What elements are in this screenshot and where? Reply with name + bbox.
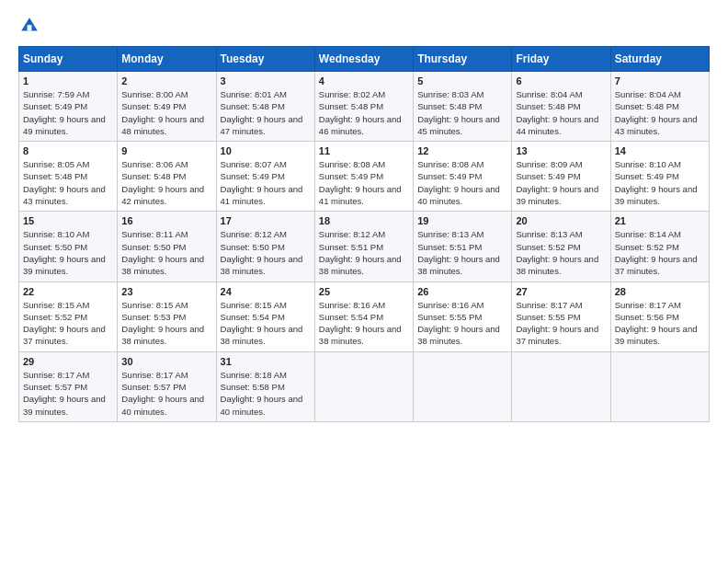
sunset-label: Sunset: 5:55 PM	[417, 312, 482, 322]
day-number: 26	[417, 286, 507, 297]
sunset-label: Sunset: 5:48 PM	[516, 101, 580, 111]
calendar-header-tuesday: Tuesday	[216, 47, 314, 72]
svg-rect-1	[28, 25, 32, 30]
daylight-label: Daylight: 9 hours and 37 minutes.	[23, 324, 106, 346]
day-number: 8	[23, 145, 113, 156]
calendar-day-4: 4 Sunrise: 8:02 AM Sunset: 5:48 PM Dayli…	[314, 72, 413, 142]
sunrise-label: Sunrise: 7:59 AM	[23, 89, 89, 99]
calendar-day-23: 23 Sunrise: 8:15 AM Sunset: 5:53 PM Dayl…	[118, 282, 216, 351]
calendar-day-30: 30 Sunrise: 8:17 AM Sunset: 5:57 PM Dayl…	[118, 351, 216, 421]
sunrise-label: Sunrise: 8:15 AM	[23, 300, 89, 310]
daylight-label: Daylight: 9 hours and 49 minutes.	[23, 114, 106, 136]
sunrise-label: Sunrise: 8:08 AM	[319, 159, 385, 169]
daylight-label: Daylight: 9 hours and 38 minutes.	[121, 324, 204, 346]
calendar-empty	[414, 351, 512, 421]
day-info: Sunrise: 8:16 AM Sunset: 5:55 PM Dayligh…	[417, 299, 507, 348]
calendar-day-3: 3 Sunrise: 8:01 AM Sunset: 5:48 PM Dayli…	[216, 72, 314, 142]
day-info: Sunrise: 8:12 AM Sunset: 5:51 PM Dayligh…	[319, 228, 409, 277]
sunrise-label: Sunrise: 8:12 AM	[319, 229, 385, 239]
calendar-header-thursday: Thursday	[414, 47, 512, 72]
day-number: 21	[615, 215, 705, 226]
calendar-day-15: 15 Sunrise: 8:10 AM Sunset: 5:50 PM Dayl…	[19, 212, 118, 282]
sunset-label: Sunset: 5:50 PM	[121, 242, 186, 252]
day-number: 17	[221, 215, 311, 226]
day-number: 3	[221, 75, 311, 86]
calendar-header-saturday: Saturday	[610, 47, 709, 72]
daylight-label: Daylight: 9 hours and 37 minutes.	[516, 324, 598, 346]
day-info: Sunrise: 8:11 AM Sunset: 5:50 PM Dayligh…	[121, 228, 211, 277]
calendar-day-10: 10 Sunrise: 8:07 AM Sunset: 5:49 PM Dayl…	[216, 142, 314, 212]
daylight-label: Daylight: 9 hours and 40 minutes.	[417, 184, 500, 206]
calendar-day-9: 9 Sunrise: 8:06 AM Sunset: 5:48 PM Dayli…	[118, 142, 216, 212]
day-number: 18	[319, 215, 409, 226]
daylight-label: Daylight: 9 hours and 46 minutes.	[319, 114, 402, 136]
sunset-label: Sunset: 5:50 PM	[23, 242, 87, 252]
calendar-week-3: 15 Sunrise: 8:10 AM Sunset: 5:50 PM Dayl…	[19, 212, 710, 282]
daylight-label: Daylight: 9 hours and 38 minutes.	[516, 254, 598, 276]
sunset-label: Sunset: 5:49 PM	[615, 171, 679, 181]
daylight-label: Daylight: 9 hours and 38 minutes.	[319, 324, 402, 346]
daylight-label: Daylight: 9 hours and 43 minutes.	[23, 184, 106, 206]
calendar-day-11: 11 Sunrise: 8:08 AM Sunset: 5:49 PM Dayl…	[314, 142, 413, 212]
day-info: Sunrise: 8:04 AM Sunset: 5:48 PM Dayligh…	[615, 88, 705, 137]
daylight-label: Daylight: 9 hours and 47 minutes.	[221, 114, 303, 136]
sunset-label: Sunset: 5:58 PM	[221, 382, 285, 392]
day-number: 14	[615, 145, 705, 156]
calendar-day-13: 13 Sunrise: 8:09 AM Sunset: 5:49 PM Dayl…	[512, 142, 610, 212]
day-info: Sunrise: 8:01 AM Sunset: 5:48 PM Dayligh…	[221, 88, 311, 137]
day-number: 25	[319, 286, 409, 297]
sunset-label: Sunset: 5:52 PM	[23, 312, 87, 322]
day-number: 28	[615, 286, 705, 297]
sunrise-label: Sunrise: 8:04 AM	[615, 89, 681, 99]
sunset-label: Sunset: 5:49 PM	[417, 171, 482, 181]
sunrise-label: Sunrise: 8:18 AM	[221, 370, 287, 380]
sunrise-label: Sunrise: 8:07 AM	[221, 159, 287, 169]
day-number: 7	[615, 75, 705, 86]
day-number: 23	[121, 286, 211, 297]
daylight-label: Daylight: 9 hours and 39 minutes.	[615, 184, 698, 206]
daylight-label: Daylight: 9 hours and 37 minutes.	[615, 254, 698, 276]
sunrise-label: Sunrise: 8:12 AM	[221, 229, 287, 239]
day-info: Sunrise: 8:13 AM Sunset: 5:51 PM Dayligh…	[417, 228, 507, 277]
sunrise-label: Sunrise: 8:17 AM	[23, 370, 89, 380]
day-info: Sunrise: 8:17 AM Sunset: 5:56 PM Dayligh…	[615, 299, 705, 348]
calendar-day-16: 16 Sunrise: 8:11 AM Sunset: 5:50 PM Dayl…	[118, 212, 216, 282]
sunrise-label: Sunrise: 8:00 AM	[121, 89, 188, 99]
daylight-label: Daylight: 9 hours and 38 minutes.	[417, 324, 500, 346]
day-number: 12	[417, 145, 507, 156]
sunset-label: Sunset: 5:55 PM	[516, 312, 580, 322]
logo-icon	[18, 15, 40, 37]
day-info: Sunrise: 8:17 AM Sunset: 5:57 PM Dayligh…	[23, 369, 113, 418]
day-number: 16	[121, 215, 211, 226]
calendar-empty	[610, 351, 709, 421]
day-number: 31	[221, 356, 311, 367]
day-info: Sunrise: 8:05 AM Sunset: 5:48 PM Dayligh…	[23, 158, 113, 207]
calendar-empty	[314, 351, 413, 421]
daylight-label: Daylight: 9 hours and 41 minutes.	[221, 184, 303, 206]
day-number: 22	[23, 286, 113, 297]
sunrise-label: Sunrise: 8:10 AM	[23, 229, 89, 239]
calendar-day-27: 27 Sunrise: 8:17 AM Sunset: 5:55 PM Dayl…	[512, 282, 610, 351]
sunset-label: Sunset: 5:48 PM	[221, 101, 285, 111]
day-number: 9	[121, 145, 211, 156]
calendar-day-8: 8 Sunrise: 8:05 AM Sunset: 5:48 PM Dayli…	[19, 142, 118, 212]
day-number: 10	[221, 145, 311, 156]
daylight-label: Daylight: 9 hours and 41 minutes.	[319, 184, 402, 206]
calendar-header-wednesday: Wednesday	[314, 47, 413, 72]
sunrise-label: Sunrise: 8:15 AM	[121, 300, 188, 310]
day-info: Sunrise: 8:10 AM Sunset: 5:50 PM Dayligh…	[23, 228, 113, 277]
sunset-label: Sunset: 5:56 PM	[615, 312, 679, 322]
daylight-label: Daylight: 9 hours and 39 minutes.	[23, 254, 106, 276]
daylight-label: Daylight: 9 hours and 38 minutes.	[221, 254, 303, 276]
day-info: Sunrise: 8:02 AM Sunset: 5:48 PM Dayligh…	[319, 88, 409, 137]
sunset-label: Sunset: 5:57 PM	[121, 382, 186, 392]
sunrise-label: Sunrise: 8:02 AM	[319, 89, 385, 99]
calendar-day-29: 29 Sunrise: 8:17 AM Sunset: 5:57 PM Dayl…	[19, 351, 118, 421]
sunrise-label: Sunrise: 8:17 AM	[121, 370, 188, 380]
sunset-label: Sunset: 5:57 PM	[23, 382, 87, 392]
sunrise-label: Sunrise: 8:16 AM	[319, 300, 385, 310]
sunrise-label: Sunrise: 8:04 AM	[516, 89, 582, 99]
calendar-day-21: 21 Sunrise: 8:14 AM Sunset: 5:52 PM Dayl…	[610, 212, 709, 282]
day-number: 5	[417, 75, 507, 86]
day-info: Sunrise: 8:18 AM Sunset: 5:58 PM Dayligh…	[221, 369, 311, 418]
